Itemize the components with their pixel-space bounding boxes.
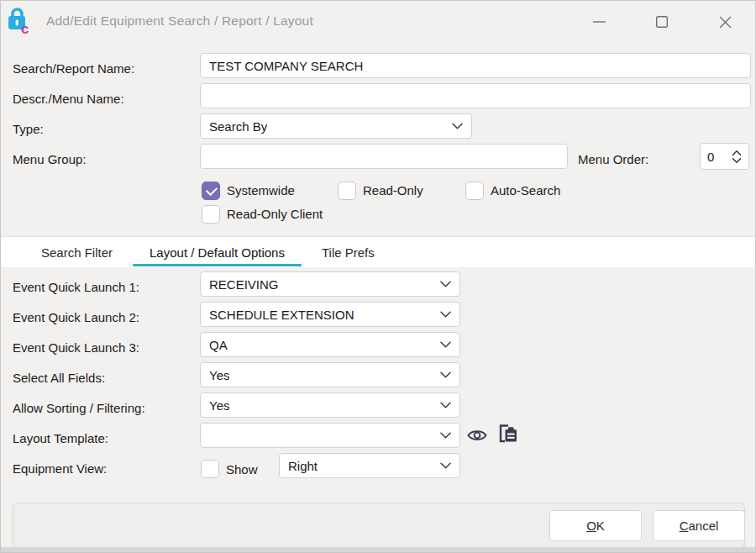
cancel-button[interactable]: Cancel: [653, 510, 745, 541]
type-select[interactable]: Search By: [200, 113, 472, 139]
maximize-button[interactable]: [650, 10, 674, 34]
select-all-fields-label: Select All Fields:: [13, 371, 105, 385]
title-bar: c Add/Edit Equipment Search / Report / L…: [1, 1, 755, 41]
footer-bar: OK Cancel: [13, 503, 745, 548]
read-only-checkbox-label: Read-Only: [363, 183, 423, 198]
search-report-name-input[interactable]: [200, 53, 751, 78]
chevron-down-icon: [440, 432, 451, 439]
lock-c-app-icon: c: [7, 7, 37, 35]
close-icon: [719, 16, 732, 29]
allow-sorting-filtering-select[interactable]: Yes: [200, 392, 460, 418]
allow-sorting-filtering-label: Allow Sorting / Filtering:: [13, 401, 145, 415]
read-only-client-checkbox[interactable]: [202, 205, 220, 224]
equipment-view-label: Equipment View:: [13, 461, 107, 476]
ok-button[interactable]: OK: [549, 510, 642, 541]
equipment-view-show-label: Show: [226, 462, 258, 477]
type-select-value: Search By: [209, 119, 267, 134]
event-quick-launch-3-select[interactable]: QA: [200, 332, 460, 357]
chevron-down-icon: [452, 123, 463, 129]
menu-order-stepper[interactable]: 0: [700, 143, 749, 170]
maximize-icon: [656, 16, 668, 28]
event-quick-launch-1-select[interactable]: RECEIVING: [200, 271, 460, 297]
preview-layout-button[interactable]: [466, 424, 488, 446]
chevron-down-icon: [440, 402, 451, 408]
clipboard-paste-icon: [497, 422, 518, 445]
chevron-down-icon: [440, 341, 451, 348]
menu-group-input[interactable]: [200, 144, 568, 169]
event-quick-launch-2-label: Event Quick Launch 2:: [13, 310, 139, 324]
close-button[interactable]: [713, 10, 737, 34]
layout-template-label: Layout Template:: [13, 431, 108, 445]
chevron-down-icon: [440, 371, 451, 378]
window-title: Add/Edit Equipment Search / Report / Lay…: [46, 13, 313, 29]
chevron-down-icon: [440, 281, 451, 287]
type-label: Type:: [13, 122, 44, 136]
layout-template-select[interactable]: [200, 423, 460, 448]
event-quick-launch-2-select[interactable]: SCHEDULE EXTENSION: [200, 302, 460, 327]
auto-search-checkbox-label: Auto-Search: [491, 183, 560, 198]
tab-bar: Search Filter Layout / Default Options T…: [1, 237, 755, 267]
auto-search-checkbox[interactable]: [465, 182, 484, 200]
event-quick-launch-3-label: Event Quick Launch 3:: [13, 340, 139, 355]
chevron-down-icon: [440, 311, 451, 318]
search-report-name-label: Search/Report Name:: [13, 61, 134, 76]
equipment-view-show-checkbox[interactable]: [201, 460, 219, 478]
systemwide-checkbox-label: Systemwide: [227, 183, 295, 198]
svg-text:c: c: [21, 21, 29, 35]
read-only-checkbox[interactable]: [338, 182, 356, 200]
descr-menu-name-input[interactable]: [200, 83, 751, 108]
equipment-view-select[interactable]: Right: [279, 453, 460, 478]
copy-layout-button[interactable]: [496, 422, 518, 444]
tab-layout-default-options[interactable]: Layout / Default Options: [131, 237, 303, 267]
minimize-icon: [593, 21, 606, 23]
menu-order-label: Menu Order:: [578, 152, 648, 166]
chevron-down-icon: [440, 462, 451, 469]
dialog-window: c Add/Edit Equipment Search / Report / L…: [0, 0, 756, 553]
minimize-button[interactable]: [587, 10, 611, 34]
systemwide-checkbox[interactable]: [202, 182, 220, 200]
window-bottom-edge: [1, 547, 755, 552]
spinner-up-down-icon: [732, 150, 742, 164]
descr-menu-name-label: Descr./Menu Name:: [13, 92, 124, 106]
menu-group-label: Menu Group:: [13, 152, 87, 166]
eye-icon: [467, 428, 487, 443]
select-all-fields-select[interactable]: Yes: [200, 362, 460, 387]
event-quick-launch-1-label: Event Quick Launch 1:: [13, 280, 139, 294]
tab-tile-prefs[interactable]: Tile Prefs: [303, 237, 393, 267]
tab-search-filter[interactable]: Search Filter: [23, 237, 131, 267]
read-only-client-checkbox-label: Read-Only Client: [227, 207, 323, 221]
menu-order-value: 0: [707, 150, 714, 164]
